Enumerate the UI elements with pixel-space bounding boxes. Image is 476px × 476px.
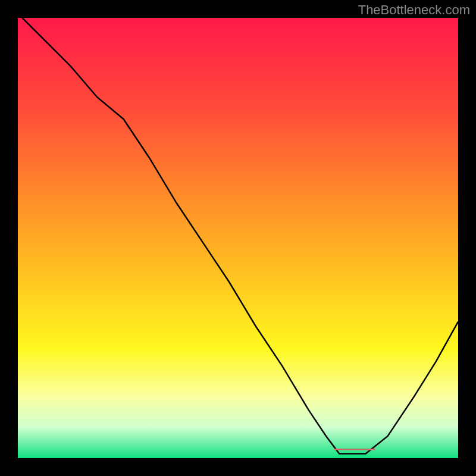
chart-area xyxy=(18,18,458,458)
gradient-background xyxy=(18,18,458,458)
watermark-text: TheBottleneck.com xyxy=(358,2,470,18)
